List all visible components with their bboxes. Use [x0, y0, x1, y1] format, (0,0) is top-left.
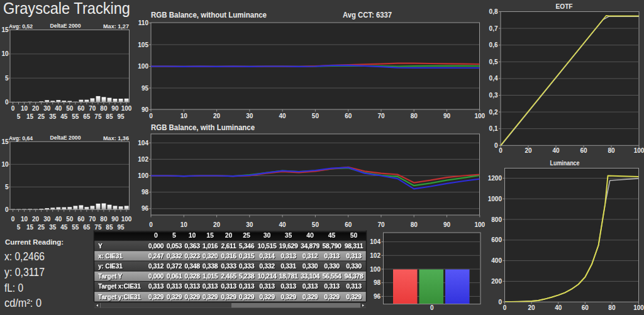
svg-text:0,313: 0,313	[239, 283, 255, 290]
svg-text:90: 90	[443, 113, 451, 119]
svg-text:100: 100	[634, 147, 644, 154]
svg-text:0,332: 0,332	[259, 263, 275, 270]
svg-text:40: 40	[552, 147, 560, 154]
svg-text:25: 25	[38, 113, 45, 120]
svg-text:0,330: 0,330	[346, 263, 362, 270]
svg-text:85: 85	[106, 113, 113, 120]
svg-text:0,313: 0,313	[346, 283, 362, 290]
svg-text:Max: 1,36: Max: 1,36	[103, 135, 129, 141]
svg-text:95: 95	[117, 224, 125, 231]
svg-text:65: 65	[83, 113, 91, 120]
svg-text:90: 90	[142, 106, 149, 113]
svg-text:35: 35	[49, 224, 57, 231]
svg-text:30: 30	[246, 221, 253, 228]
svg-text:15: 15	[1, 26, 9, 33]
svg-text:0,053: 0,053	[167, 243, 182, 250]
svg-text:60: 60	[345, 221, 352, 228]
svg-text:34,879: 34,879	[301, 243, 320, 250]
svg-text:0,2: 0,2	[489, 109, 498, 116]
svg-text:0,329: 0,329	[148, 294, 164, 301]
svg-text:5: 5	[17, 224, 21, 231]
svg-text:55: 55	[72, 224, 79, 231]
svg-text:RGB Balance, with Luminance: RGB Balance, with Luminance	[151, 123, 255, 132]
svg-text:100: 100	[138, 63, 148, 70]
svg-text:75: 75	[94, 113, 102, 120]
svg-text:0,313: 0,313	[148, 283, 164, 290]
svg-text:5: 5	[17, 113, 21, 120]
svg-text:96: 96	[142, 205, 149, 212]
svg-text:0,329: 0,329	[203, 294, 218, 301]
svg-text:0,313: 0,313	[221, 283, 236, 290]
svg-text:33,104: 33,104	[301, 273, 320, 280]
svg-text:40: 40	[55, 105, 62, 112]
svg-text:1,015: 1,015	[203, 273, 218, 280]
svg-text:0: 0	[11, 105, 15, 112]
svg-text:105: 105	[138, 41, 148, 48]
svg-text:y: CIE31: y: CIE31	[98, 263, 123, 270]
svg-text:0: 0	[11, 216, 15, 223]
svg-text:0,332: 0,332	[167, 253, 182, 260]
svg-text:0,320: 0,320	[203, 253, 218, 260]
svg-text:98,311: 98,311	[345, 243, 364, 250]
svg-text:0,329: 0,329	[280, 294, 296, 301]
svg-text:0: 0	[5, 99, 9, 106]
svg-text:50: 50	[66, 105, 74, 112]
svg-text:100: 100	[121, 105, 132, 112]
svg-text:0,000: 0,000	[148, 243, 164, 250]
svg-text:5: 5	[5, 75, 9, 82]
svg-text:Grayscale Tracking: Grayscale Tracking	[3, 0, 130, 17]
svg-text:94,378: 94,378	[345, 273, 364, 280]
svg-text:60: 60	[345, 113, 352, 119]
svg-text:0,333: 0,333	[239, 263, 255, 270]
svg-text:100: 100	[138, 172, 148, 179]
svg-text:40: 40	[306, 232, 314, 239]
svg-text:75: 75	[94, 224, 102, 231]
svg-text:0,6: 0,6	[489, 41, 498, 48]
svg-text:600: 600	[491, 236, 502, 243]
svg-text:15: 15	[206, 232, 214, 239]
svg-text:2,465: 2,465	[221, 273, 236, 280]
svg-text:15: 15	[1, 138, 9, 145]
svg-text:95: 95	[117, 113, 125, 120]
svg-text:45: 45	[60, 224, 68, 231]
svg-text:20: 20	[525, 147, 532, 154]
svg-text:19,629: 19,629	[279, 243, 299, 250]
svg-text:Y: Y	[98, 243, 103, 250]
svg-text:100: 100	[121, 216, 132, 223]
svg-text:20: 20	[32, 216, 40, 223]
svg-text:18,781: 18,781	[279, 273, 299, 280]
svg-text:y: 0,3117: y: 0,3117	[4, 266, 45, 279]
svg-text:50: 50	[312, 221, 319, 228]
svg-text:0,329: 0,329	[167, 294, 182, 301]
svg-text:10: 10	[180, 221, 188, 228]
svg-text:45: 45	[328, 232, 336, 239]
svg-text:40: 40	[279, 221, 287, 228]
svg-text:2,611: 2,611	[221, 243, 236, 250]
svg-text:80: 80	[608, 304, 616, 311]
svg-text:0,061: 0,061	[167, 273, 182, 280]
svg-text:0,316: 0,316	[221, 253, 236, 260]
svg-text:10: 10	[21, 105, 28, 112]
svg-text:5,346: 5,346	[239, 243, 255, 250]
svg-text:0,313: 0,313	[259, 283, 275, 290]
svg-text:800: 800	[491, 216, 502, 223]
svg-text:cd/m²: 0: cd/m²: 0	[4, 297, 42, 309]
svg-text:0,314: 0,314	[259, 253, 275, 260]
svg-text:80: 80	[100, 105, 108, 112]
svg-text:65: 65	[83, 224, 91, 231]
svg-text:10: 10	[21, 216, 28, 223]
svg-text:35: 35	[285, 232, 292, 239]
svg-text:0,313: 0,313	[280, 283, 296, 290]
svg-text:5: 5	[172, 232, 176, 239]
svg-text:0: 0	[498, 299, 502, 306]
svg-text:80: 80	[411, 221, 418, 228]
svg-text:0: 0	[499, 147, 502, 154]
svg-text:90: 90	[443, 221, 451, 228]
svg-text:98: 98	[142, 189, 149, 196]
svg-text:x: 0,2466: x: 0,2466	[4, 250, 45, 263]
svg-text:0,338: 0,338	[203, 263, 218, 270]
svg-text:200: 200	[491, 278, 502, 285]
svg-text:0,313: 0,313	[346, 253, 362, 260]
svg-text:60: 60	[77, 216, 85, 223]
svg-text:95: 95	[142, 85, 149, 92]
